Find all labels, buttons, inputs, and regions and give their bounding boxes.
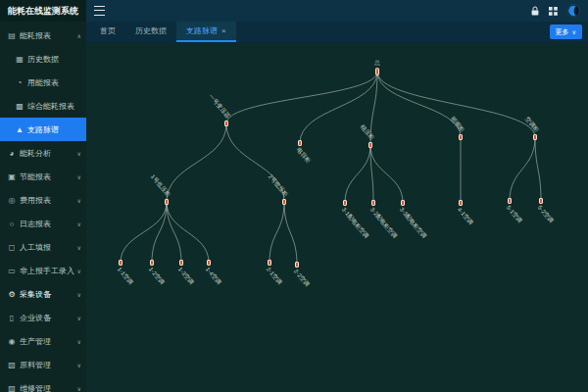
tree-node-1-3空调[interactable]: 1-3空调 (176, 261, 195, 286)
tree-node-label: 照明柜 (450, 116, 466, 133)
sidebar-subitem-label: 综合能耗报表 (27, 101, 81, 112)
sidebar-item-label: 费用报表 (20, 195, 75, 206)
tree-node-label: 2-2空调 (292, 268, 311, 288)
more-button-label: 更多 (556, 27, 569, 37)
tree-node-label: 一号变压器 (207, 92, 231, 120)
tree-node-label: 4-1空调 (456, 206, 474, 226)
sidebar-item-cost-report[interactable]: ◎费用报表∨ (0, 188, 86, 212)
app-title: 能耗在线监测系统 (0, 0, 86, 22)
tab-label: 历史数据 (135, 25, 167, 36)
tab-history-data[interactable]: 历史数据 (125, 22, 176, 42)
tab-home[interactable]: 首页 (90, 22, 125, 42)
tree-link (121, 202, 167, 263)
tree-node-电容柜[interactable]: 电容柜 (295, 141, 313, 165)
tree-node-1-1空调[interactable]: 1-1空调 (116, 261, 134, 286)
sidebar-item-manual-entry[interactable]: ◻人工填报∨ (0, 235, 86, 259)
tree-node-5-2空调[interactable]: 5-2空调 (536, 199, 555, 224)
production-icon: ◉ (7, 337, 17, 346)
close-icon[interactable]: × (221, 27, 226, 35)
tree-node-1-4空调[interactable]: 1-4空调 (204, 261, 222, 286)
sidebar-item-enterprise-device[interactable]: ▯企业设备∨ (0, 306, 86, 329)
branch-tree-canvas[interactable]: 总一号变压器电容柜稳压柜照明柜空调柜1号低压柜2号低压柜1-1空调1-2空调1-… (86, 43, 588, 392)
tree-node-2-2空调[interactable]: 2-2空调 (292, 263, 311, 288)
chevron-down-icon: ∨ (77, 173, 81, 180)
tree-node-稳压柜[interactable]: 稳压柜 (359, 122, 376, 147)
sidebar-subitem-label: 历史数据 (27, 54, 81, 65)
sidebar: 能耗在线监测系统 ▤能耗报表∧▦历史数据◔用能报表▩综合能耗报表▲支路脉谱◕能耗… (0, 0, 86, 392)
tree-node-一号变压器[interactable]: 一号变压器 (207, 92, 231, 125)
sidebar-item-production-mgmt[interactable]: ◉生产管理∨ (0, 329, 86, 353)
sidebar-subitem-branch-map[interactable]: ▲支路脉谱 (0, 118, 86, 141)
log-icon: ○ (7, 220, 17, 228)
app-root: { "app": { "title": "能耗在线监测系统" }, "color… (0, 0, 588, 392)
sidebar-item-log-report[interactable]: ○日志报表∨ (0, 212, 86, 235)
tree-node-1号低压柜[interactable]: 1号低压柜 (150, 172, 172, 204)
maintenance-icon: ▨ (7, 384, 17, 392)
tree-node-1-2空调[interactable]: 1-2空调 (147, 261, 166, 286)
sidebar-item-label: 非上报手工录入 (20, 266, 75, 276)
tree-link (370, 145, 403, 203)
sidebar-subitem-comprehensive-report[interactable]: ▩综合能耗报表 (0, 94, 86, 118)
tree-link (510, 137, 535, 201)
history-icon: ▦ (15, 55, 24, 64)
lock-icon[interactable] (530, 6, 540, 17)
sidebar-item-label: 能耗报表 (20, 30, 75, 41)
sidebar-item-label: 人工填报 (20, 242, 75, 253)
tree-node-label: 稳压柜 (359, 122, 376, 141)
tree-node-label: 1-1空调 (116, 266, 134, 286)
tree-node-2-1空调[interactable]: 2-1空调 (265, 261, 283, 286)
tree-link (284, 202, 297, 265)
tree-link (377, 72, 461, 137)
sidebar-item-energy-report[interactable]: ▤能耗报表∧ (0, 24, 86, 47)
tree-node-照明柜[interactable]: 照明柜 (450, 116, 466, 139)
chevron-down-icon: ∨ (77, 362, 81, 368)
sidebar-menu: ▤能耗报表∧▦历史数据◔用能报表▩综合能耗报表▲支路脉谱◕能耗分析∨▣节能报表∨… (0, 22, 86, 392)
tab-list: 首页历史数据支路脉谱× (90, 22, 236, 42)
tree-link (226, 72, 377, 123)
tree-node-总[interactable]: 总 (373, 60, 380, 74)
tree-node-3-1配电柜空调[interactable]: 3-1配电柜空调 (340, 201, 370, 240)
tree-node-3-3配电柜空调[interactable]: 3-3配电柜空调 (398, 201, 428, 240)
chevron-down-icon: ∨ (77, 150, 81, 157)
tree-node-5-1空调[interactable]: 5-1空调 (505, 199, 523, 224)
tree-link (226, 123, 284, 202)
more-button[interactable]: 更多 ∨ (550, 24, 582, 39)
tab-label: 首页 (100, 25, 116, 36)
chevron-up-icon: ∧ (77, 32, 81, 39)
tree-link (167, 202, 181, 263)
sidebar-item-energy-analysis[interactable]: ◕能耗分析∨ (0, 141, 86, 165)
sidebar-subitem-energy-use-report[interactable]: ◔用能报表 (0, 71, 86, 94)
branch-icon: ▲ (15, 125, 24, 134)
tree-node-label: 1号低压柜 (150, 172, 172, 197)
tree-svg[interactable]: 总一号变压器电容柜稳压柜照明柜空调柜1号低压柜2号低压柜1-1空调1-2空调1-… (86, 43, 588, 392)
tree-node-2号低压柜[interactable]: 2号低压柜 (268, 172, 290, 204)
hamburger-menu-icon[interactable] (94, 6, 105, 16)
sidebar-item-collect-device[interactable]: ⚙采集设备∨ (0, 282, 86, 306)
tree-node-空调柜[interactable]: 空调柜 (523, 115, 541, 139)
sidebar-item-saving-report[interactable]: ▣节能报表∨ (0, 165, 86, 188)
report-icon: ▤ (7, 31, 17, 40)
sidebar-subitem-label: 用能报表 (27, 77, 81, 88)
sidebar-item-label: 维修管理 (20, 383, 75, 392)
sidebar-item-label: 采集设备 (20, 289, 75, 300)
chevron-down-icon: ∨ (77, 220, 81, 227)
tree-link (345, 145, 370, 203)
tab-branch-map[interactable]: 支路脉谱× (176, 22, 236, 42)
material-icon: ▧ (7, 361, 17, 369)
tree-node-3-2配电柜空调[interactable]: 3-2配电柜空调 (368, 201, 399, 240)
apps-grid-icon[interactable] (549, 7, 558, 16)
saving-icon: ▣ (7, 172, 17, 181)
tree-node-label: 1-2空调 (147, 266, 166, 286)
sidebar-item-label: 原料管理 (20, 360, 75, 370)
chevron-down-icon: ∨ (77, 268, 81, 274)
sidebar-item-offline-manual-entry[interactable]: ▭非上报手工录入∨ (0, 259, 86, 282)
tab-bar: 首页历史数据支路脉谱× 更多 ∨ (86, 22, 588, 43)
tree-node-4-1空调[interactable]: 4-1空调 (456, 201, 474, 226)
sidebar-subitem-history-data[interactable]: ▦历史数据 (0, 47, 86, 71)
sidebar-item-maintenance-mgmt[interactable]: ▨维修管理∨ (0, 376, 86, 392)
sidebar-item-material-mgmt[interactable]: ▧原料管理∨ (0, 353, 86, 376)
tree-node-label: 3-2配电柜空调 (368, 206, 399, 240)
sidebar-item-label: 生产管理 (20, 336, 75, 347)
tree-node-label: 总 (373, 60, 380, 66)
user-avatar[interactable] (566, 4, 580, 18)
